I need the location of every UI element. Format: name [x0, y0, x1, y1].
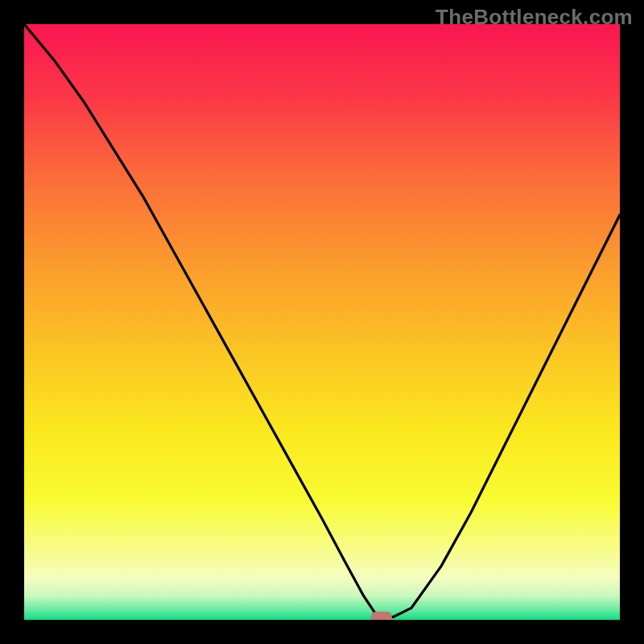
gradient-background — [24, 24, 620, 620]
chart-svg — [24, 24, 620, 620]
optimal-marker — [371, 612, 392, 620]
chart-frame: TheBottleneck.com — [0, 0, 644, 644]
watermark-text: TheBottleneck.com — [436, 5, 633, 30]
plot-area — [24, 24, 620, 620]
